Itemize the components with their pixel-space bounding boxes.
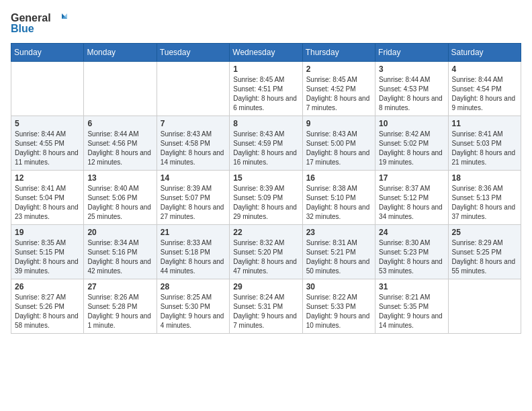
calendar-day-cell: 4Sunrise: 8:44 AM Sunset: 4:54 PM Daylig… <box>448 62 521 116</box>
day-number: 10 <box>379 119 444 128</box>
calendar-week-row: 26Sunrise: 8:27 AM Sunset: 5:26 PM Dayli… <box>11 279 521 334</box>
calendar-day-cell: 23Sunrise: 8:31 AM Sunset: 5:21 PM Dayli… <box>302 225 375 279</box>
calendar-day-cell: 8Sunrise: 8:43 AM Sunset: 4:59 PM Daylig… <box>230 116 302 171</box>
day-number: 9 <box>306 119 371 128</box>
day-info: Sunrise: 8:21 AM Sunset: 5:35 PM Dayligh… <box>379 293 444 330</box>
calendar-day-cell: 28Sunrise: 8:25 AM Sunset: 5:30 PM Dayli… <box>157 279 229 334</box>
day-info: Sunrise: 8:27 AM Sunset: 5:26 PM Dayligh… <box>15 293 80 330</box>
calendar-day-cell: 5Sunrise: 8:44 AM Sunset: 4:55 PM Daylig… <box>11 116 84 171</box>
calendar-day-cell: 10Sunrise: 8:42 AM Sunset: 5:02 PM Dayli… <box>375 116 448 171</box>
day-number: 28 <box>161 282 226 291</box>
calendar-header-row: SundayMondayTuesdayWednesdayThursdayFrid… <box>11 44 521 62</box>
day-number: 24 <box>379 228 444 237</box>
calendar-day-cell: 31Sunrise: 8:21 AM Sunset: 5:35 PM Dayli… <box>375 279 448 334</box>
calendar-day-cell: 24Sunrise: 8:30 AM Sunset: 5:23 PM Dayli… <box>375 225 448 279</box>
day-info: Sunrise: 8:25 AM Sunset: 5:30 PM Dayligh… <box>161 293 226 330</box>
day-number: 25 <box>452 228 517 237</box>
day-info: Sunrise: 8:45 AM Sunset: 4:52 PM Dayligh… <box>306 75 371 113</box>
calendar-day-cell: 14Sunrise: 8:39 AM Sunset: 5:07 PM Dayli… <box>157 171 229 225</box>
day-number: 7 <box>161 119 226 128</box>
day-info: Sunrise: 8:43 AM Sunset: 4:59 PM Dayligh… <box>233 130 298 167</box>
calendar-day-cell <box>11 62 84 116</box>
day-number: 27 <box>87 282 152 291</box>
calendar-table: SundayMondayTuesdayWednesdayThursdayFrid… <box>11 43 521 334</box>
day-of-week-header: Tuesday <box>157 44 229 62</box>
calendar-day-cell: 6Sunrise: 8:44 AM Sunset: 4:56 PM Daylig… <box>84 116 157 171</box>
day-number: 2 <box>306 64 371 74</box>
calendar-day-cell: 18Sunrise: 8:36 AM Sunset: 5:13 PM Dayli… <box>448 171 521 225</box>
calendar-day-cell: 17Sunrise: 8:37 AM Sunset: 5:12 PM Dayli… <box>375 171 448 225</box>
day-number: 17 <box>379 173 444 183</box>
day-number: 18 <box>452 173 517 183</box>
calendar-day-cell: 7Sunrise: 8:43 AM Sunset: 4:58 PM Daylig… <box>157 116 229 171</box>
day-number: 29 <box>233 282 298 291</box>
day-number: 1 <box>233 64 298 74</box>
day-info: Sunrise: 8:26 AM Sunset: 5:28 PM Dayligh… <box>87 293 152 330</box>
day-info: Sunrise: 8:22 AM Sunset: 5:33 PM Dayligh… <box>306 293 371 330</box>
day-number: 16 <box>306 173 371 183</box>
calendar-day-cell: 11Sunrise: 8:41 AM Sunset: 5:03 PM Dayli… <box>448 116 521 171</box>
day-of-week-header: Thursday <box>302 44 375 62</box>
day-number: 23 <box>306 228 371 237</box>
page-header: General Blue <box>11 11 521 35</box>
day-info: Sunrise: 8:44 AM Sunset: 4:53 PM Dayligh… <box>379 75 444 113</box>
day-info: Sunrise: 8:41 AM Sunset: 5:04 PM Dayligh… <box>15 184 80 222</box>
day-number: 6 <box>87 119 152 128</box>
calendar-day-cell <box>157 62 229 116</box>
day-info: Sunrise: 8:39 AM Sunset: 5:07 PM Dayligh… <box>161 184 226 222</box>
calendar-day-cell: 12Sunrise: 8:41 AM Sunset: 5:04 PM Dayli… <box>11 171 84 225</box>
calendar-week-row: 5Sunrise: 8:44 AM Sunset: 4:55 PM Daylig… <box>11 116 521 171</box>
day-info: Sunrise: 8:35 AM Sunset: 5:15 PM Dayligh… <box>15 238 80 276</box>
day-number: 5 <box>15 119 80 128</box>
day-info: Sunrise: 8:44 AM Sunset: 4:56 PM Dayligh… <box>87 130 152 167</box>
day-number: 3 <box>379 64 444 74</box>
day-number: 21 <box>161 228 226 237</box>
day-of-week-header: Sunday <box>11 44 84 62</box>
day-number: 26 <box>15 282 80 291</box>
calendar-day-cell: 9Sunrise: 8:43 AM Sunset: 5:00 PM Daylig… <box>302 116 375 171</box>
day-of-week-header: Monday <box>84 44 157 62</box>
day-info: Sunrise: 8:44 AM Sunset: 4:54 PM Dayligh… <box>452 75 517 113</box>
calendar-day-cell: 2Sunrise: 8:45 AM Sunset: 4:52 PM Daylig… <box>302 62 375 116</box>
day-info: Sunrise: 8:43 AM Sunset: 4:58 PM Dayligh… <box>161 130 226 167</box>
calendar-day-cell: 30Sunrise: 8:22 AM Sunset: 5:33 PM Dayli… <box>302 279 375 334</box>
day-number: 4 <box>452 64 517 74</box>
calendar-week-row: 1Sunrise: 8:45 AM Sunset: 4:51 PM Daylig… <box>11 62 521 116</box>
day-of-week-header: Saturday <box>448 44 521 62</box>
day-number: 13 <box>87 173 152 183</box>
day-number: 8 <box>233 119 298 128</box>
calendar-day-cell: 26Sunrise: 8:27 AM Sunset: 5:26 PM Dayli… <box>11 279 84 334</box>
calendar-day-cell: 25Sunrise: 8:29 AM Sunset: 5:25 PM Dayli… <box>448 225 521 279</box>
day-info: Sunrise: 8:43 AM Sunset: 5:00 PM Dayligh… <box>306 130 371 167</box>
calendar-week-row: 19Sunrise: 8:35 AM Sunset: 5:15 PM Dayli… <box>11 225 521 279</box>
calendar-day-cell: 22Sunrise: 8:32 AM Sunset: 5:20 PM Dayli… <box>230 225 302 279</box>
calendar-day-cell <box>448 279 521 334</box>
day-info: Sunrise: 8:45 AM Sunset: 4:51 PM Dayligh… <box>233 75 298 113</box>
calendar-week-row: 12Sunrise: 8:41 AM Sunset: 5:04 PM Dayli… <box>11 171 521 225</box>
day-info: Sunrise: 8:33 AM Sunset: 5:18 PM Dayligh… <box>161 238 226 276</box>
logo-blue-text: Blue <box>11 23 34 35</box>
day-number: 15 <box>233 173 298 183</box>
day-info: Sunrise: 8:42 AM Sunset: 5:02 PM Dayligh… <box>379 130 444 167</box>
day-info: Sunrise: 8:32 AM Sunset: 5:20 PM Dayligh… <box>233 238 298 276</box>
calendar-day-cell: 1Sunrise: 8:45 AM Sunset: 4:51 PM Daylig… <box>230 62 302 116</box>
calendar-day-cell: 3Sunrise: 8:44 AM Sunset: 4:53 PM Daylig… <box>375 62 448 116</box>
day-number: 20 <box>87 228 152 237</box>
day-info: Sunrise: 8:36 AM Sunset: 5:13 PM Dayligh… <box>452 184 517 222</box>
day-info: Sunrise: 8:41 AM Sunset: 5:03 PM Dayligh… <box>452 130 517 167</box>
day-info: Sunrise: 8:31 AM Sunset: 5:21 PM Dayligh… <box>306 238 371 276</box>
day-info: Sunrise: 8:39 AM Sunset: 5:09 PM Dayligh… <box>233 184 298 222</box>
day-info: Sunrise: 8:29 AM Sunset: 5:25 PM Dayligh… <box>452 238 517 276</box>
calendar-day-cell: 29Sunrise: 8:24 AM Sunset: 5:31 PM Dayli… <box>230 279 302 334</box>
day-info: Sunrise: 8:24 AM Sunset: 5:31 PM Dayligh… <box>233 293 298 330</box>
day-number: 22 <box>233 228 298 237</box>
day-number: 30 <box>306 282 371 291</box>
day-of-week-header: Wednesday <box>230 44 302 62</box>
day-of-week-header: Friday <box>375 44 448 62</box>
logo: General Blue <box>11 11 67 35</box>
calendar-day-cell <box>84 62 157 116</box>
calendar-day-cell: 20Sunrise: 8:34 AM Sunset: 5:16 PM Dayli… <box>84 225 157 279</box>
calendar-day-cell: 19Sunrise: 8:35 AM Sunset: 5:15 PM Dayli… <box>11 225 84 279</box>
calendar-day-cell: 21Sunrise: 8:33 AM Sunset: 5:18 PM Dayli… <box>157 225 229 279</box>
day-info: Sunrise: 8:40 AM Sunset: 5:06 PM Dayligh… <box>87 184 152 222</box>
